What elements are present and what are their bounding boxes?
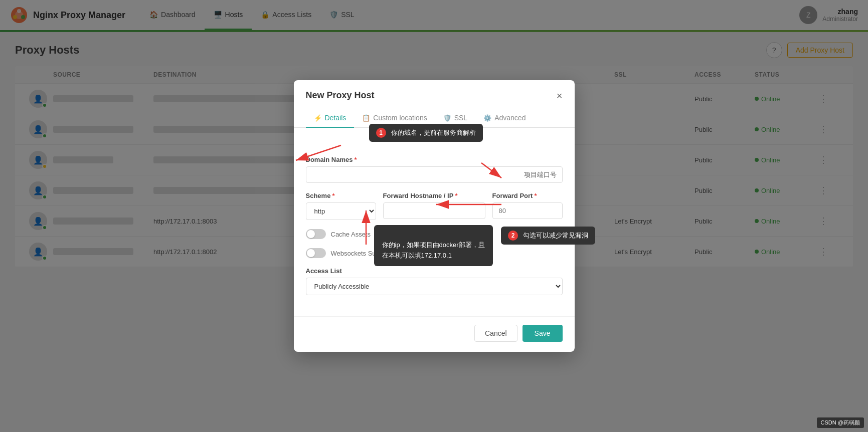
required-star: * [332, 192, 334, 199]
tab-details[interactable]: ⚡ Details [306, 109, 355, 128]
domain-names-label: Domain Names * [306, 156, 563, 163]
required-star: * [455, 192, 457, 199]
watermark: CSDN @药弱颜 [817, 417, 864, 428]
modal-close-button[interactable]: × [557, 91, 563, 101]
tooltip-exploits: 2 勾选可以减少常见漏洞 [501, 227, 595, 245]
tooltip-domain-text: 你的域名，提前在服务商解析 [391, 128, 476, 137]
scheme-label: Scheme * [306, 192, 376, 199]
modal-title: New Proxy Host [306, 90, 375, 101]
forward-port-input[interactable] [492, 202, 563, 219]
new-proxy-host-modal: New Proxy Host × ⚡ Details 📋 Custom loca… [294, 80, 575, 352]
forward-hostname-input[interactable] [383, 202, 485, 219]
forward-port-col: Forward Port * [492, 192, 563, 220]
tooltip-ip: 你的ip，如果项目由docker部署，且 在本机可以填172.17.0.1 [374, 225, 493, 266]
cancel-button[interactable]: Cancel [474, 325, 517, 342]
custom-locations-icon: 📋 [362, 114, 370, 122]
access-list-label: Access List [306, 267, 563, 275]
modal-header: New Proxy Host × [294, 80, 575, 101]
cache-assets-toggle[interactable] [306, 229, 326, 239]
forward-hostname-label: Forward Hostname / IP * [383, 192, 485, 199]
tab-custom-locations-label: Custom locations [373, 114, 427, 122]
cache-assets-toggle-item: Cache Assets [306, 229, 371, 239]
forward-hostname-col: Forward Hostname / IP * [383, 192, 485, 220]
cache-assets-label: Cache Assets [331, 231, 371, 238]
forward-port-label: Forward Port * [492, 192, 563, 199]
domain-names-input-wrapper: 项目端口号 [306, 166, 563, 183]
tab-advanced[interactable]: ⚙️ Advanced [475, 109, 534, 128]
port-annotation: 项目端口号 [524, 170, 557, 179]
tab-advanced-label: Advanced [494, 114, 526, 122]
access-list-group: Access List Publicly Accessible [306, 267, 563, 295]
required-star: * [354, 156, 357, 163]
modal-overlay: New Proxy Host × ⚡ Details 📋 Custom loca… [0, 0, 868, 432]
access-list-select[interactable]: Publicly Accessible [306, 278, 563, 295]
badge-2: 2 [508, 231, 518, 241]
scheme-forward-row: Scheme * http https auto Forward Hostnam… [306, 192, 563, 220]
badge-1: 1 [376, 128, 386, 138]
websockets-toggle[interactable] [306, 248, 326, 258]
tab-details-label: Details [325, 114, 346, 122]
details-icon: ⚡ [314, 114, 322, 122]
ssl-tab-icon: 🛡️ [443, 114, 451, 122]
domain-names-group: Domain Names * 项目端口号 [306, 156, 563, 183]
tab-ssl-label: SSL [454, 114, 467, 122]
tooltip-domain: 1 你的域名，提前在服务商解析 [369, 124, 483, 142]
modal-body: 1 你的域名，提前在服务商解析 Domain Names * 项目端口号 [294, 128, 575, 316]
save-button[interactable]: Save [523, 325, 563, 342]
tooltip-ip-text: 你的ip，如果项目由docker部署，且 在本机可以填172.17.0.1 [382, 241, 485, 259]
scheme-col: Scheme * http https auto [306, 192, 376, 220]
advanced-icon: ⚙️ [483, 114, 491, 122]
toggle-slider [306, 248, 326, 258]
toggle-slider [306, 229, 326, 239]
modal-footer: Cancel Save [294, 316, 575, 352]
required-star: * [534, 192, 537, 199]
tooltip-exploits-text: 勾选可以减少常见漏洞 [523, 231, 588, 240]
scheme-select[interactable]: http https auto [306, 202, 376, 220]
